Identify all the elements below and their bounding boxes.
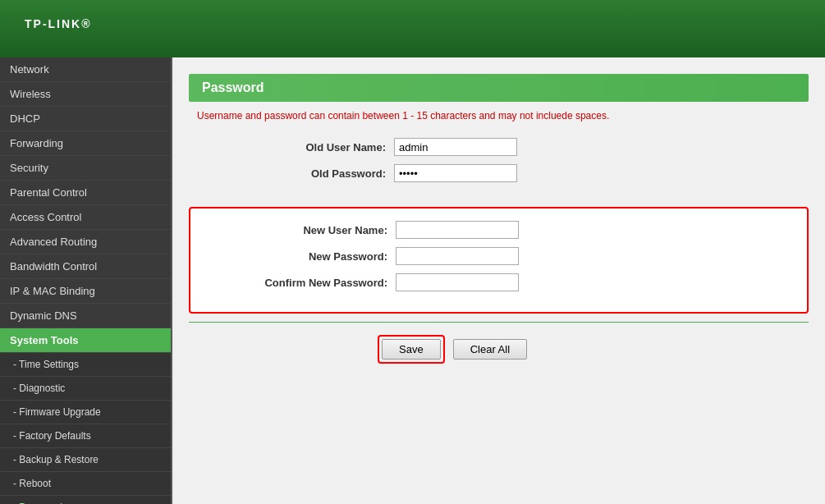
save-button[interactable]: Save [382,339,441,360]
new-password-row: New Password: [190,247,807,265]
confirm-password-label: Confirm New Password: [256,277,387,289]
sidebar-item-dynamic-dns[interactable]: Dynamic DNS [0,304,171,328]
main-layout: Network Wireless DHCP Forwarding Securit… [0,57,825,504]
new-password-input[interactable] [396,247,519,265]
sidebar-item-ip-mac-binding[interactable]: IP & MAC Binding [0,279,171,304]
button-row: Save Clear All [189,335,809,364]
old-credentials-section: Old User Name: Old Password: [189,130,809,199]
info-text: Username and password can contain betwee… [189,110,809,121]
sidebar-item-reboot[interactable]: - Reboot [0,472,171,496]
divider [189,322,809,323]
new-username-input[interactable] [396,221,519,239]
logo-text: TP-LINK [25,17,81,30]
new-username-row: New User Name: [190,221,807,239]
sidebar-item-dhcp[interactable]: DHCP [0,107,171,131]
old-username-label: Old User Name: [254,141,386,153]
page-title-bar: Password [189,74,809,102]
save-button-wrapper: Save [378,335,445,364]
sidebar-item-forwarding[interactable]: Forwarding [0,131,171,156]
confirm-password-row: Confirm New Password: [190,273,807,291]
sidebar-item-system-tools[interactable]: System Tools [0,328,171,353]
new-password-label: New Password: [256,250,387,263]
sidebar-item-security[interactable]: Security [0,156,171,181]
sidebar-item-parental-control[interactable]: Parental Control [0,181,171,205]
sidebar-item-wireless[interactable]: Wireless [0,82,171,107]
sidebar-item-password[interactable]: - Password [0,496,171,504]
sidebar-item-access-control[interactable]: Access Control [0,205,171,230]
old-password-row: Old Password: [189,164,809,182]
new-credentials-box: New User Name: New Password: Confirm New… [189,207,809,314]
sidebar-item-advanced-routing[interactable]: Advanced Routing [0,230,171,254]
tp-link-logo: TP-LINK® [25,14,92,44]
sidebar-item-factory-defaults[interactable]: - Factory Defaults [0,424,171,448]
page-title: Password [202,80,264,94]
old-password-label: Old Password: [254,167,386,180]
logo-mark: ® [81,17,91,30]
old-username-input[interactable] [394,138,517,156]
old-password-input[interactable] [394,164,517,182]
sidebar-item-firmware-upgrade[interactable]: - Firmware Upgrade [0,401,171,424]
sidebar-item-backup-restore[interactable]: - Backup & Restore [0,448,171,472]
old-username-row: Old User Name: [189,138,809,156]
new-username-label: New User Name: [256,224,387,236]
sidebar-item-time-settings[interactable]: - Time Settings [0,353,171,377]
sidebar-item-bandwidth-control[interactable]: Bandwidth Control [0,254,171,279]
header: TP-LINK® [0,0,825,57]
confirm-password-input[interactable] [396,273,519,291]
content-area: Password Username and password can conta… [172,57,825,504]
sidebar: Network Wireless DHCP Forwarding Securit… [0,57,172,504]
clear-all-button[interactable]: Clear All [453,339,527,360]
sidebar-item-network[interactable]: Network [0,57,171,82]
sidebar-item-diagnostic[interactable]: - Diagnostic [0,377,171,401]
